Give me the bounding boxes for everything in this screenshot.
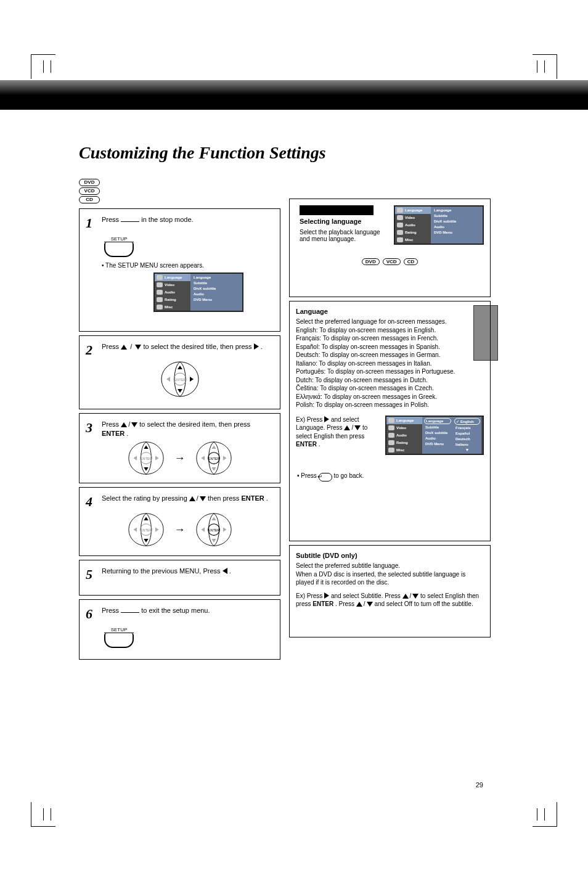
disc-strip: DVD VCD CD	[296, 257, 484, 265]
step-number: 6	[86, 606, 97, 622]
svg-marker-27	[211, 539, 216, 543]
page-title: Customizing the Function Settings	[79, 143, 326, 163]
svg-marker-26	[211, 517, 216, 520]
right-arrow-icon	[324, 416, 329, 422]
left-arrow-icon	[223, 568, 227, 574]
right-arrow-icon	[324, 592, 329, 599]
section-header-bar	[300, 205, 374, 215]
down-arrow-icon	[131, 422, 137, 427]
language-select-preview: Language Video Audio Rating Misc Languag…	[385, 416, 484, 455]
svg-text:ENTER: ENTER	[208, 528, 219, 532]
svg-text:ENTER: ENTER	[140, 457, 152, 461]
step-3-panel: 3 Press / to select the desired item, th…	[79, 413, 280, 483]
up-arrow-icon	[402, 594, 409, 599]
rating-icon	[157, 297, 163, 302]
down-arrow-icon	[367, 602, 373, 607]
down-arrow-icon	[354, 425, 361, 430]
then-arrow-icon: →	[174, 523, 186, 536]
rating-icon	[397, 230, 403, 235]
language-block-body: Select the preferred language for on-scr…	[296, 318, 484, 409]
badge-cd: CD	[79, 196, 100, 203]
svg-marker-2	[178, 366, 182, 369]
svg-marker-11	[155, 456, 158, 460]
then-arrow-icon: →	[174, 452, 186, 465]
setup-menu-preview: Language Video Audio Rating Misc Languag…	[394, 205, 484, 245]
svg-marker-16	[201, 456, 205, 460]
svg-marker-20	[144, 517, 148, 520]
svg-text:ENTER: ENTER	[208, 457, 219, 461]
language-details-panel: Language Select the preferred language f…	[289, 301, 491, 541]
down-arrow-icon	[135, 345, 141, 350]
nav-pad-updown-icon: ENTER	[128, 512, 165, 548]
step1-text-a: Press	[102, 216, 121, 223]
video-icon	[388, 425, 394, 430]
blank-field	[121, 612, 139, 613]
svg-marker-8	[144, 445, 148, 449]
svg-marker-28	[201, 527, 205, 531]
up-arrow-icon	[121, 422, 127, 427]
selecting-language-heading: Selecting language	[300, 218, 389, 225]
step-number: 3	[86, 420, 97, 436]
language-icon	[157, 275, 163, 280]
nav-pad-enter-icon: ENTER	[195, 512, 232, 548]
audio-icon	[397, 223, 403, 227]
up-arrow-icon	[189, 496, 195, 501]
disc-badges: DVD VCD CD	[79, 179, 280, 203]
svg-text:ENTER: ENTER	[140, 528, 152, 532]
audio-icon	[157, 290, 163, 295]
misc-icon	[157, 305, 163, 309]
language-icon	[388, 418, 394, 423]
down-arrow-icon	[412, 594, 419, 599]
header-banner	[0, 80, 588, 110]
right-arrow-icon	[254, 343, 259, 350]
page-number: 29	[476, 781, 483, 789]
step-number: 5	[86, 567, 97, 583]
nav-pad-enter-icon: ENTER	[195, 441, 232, 477]
step-number: 4	[86, 494, 97, 510]
nav-pad-icon: ENTER	[160, 361, 200, 399]
setup-button-icon: SETUP	[104, 627, 134, 648]
step-number: 1	[86, 215, 97, 231]
video-icon	[397, 215, 403, 220]
audio-icon	[388, 433, 394, 438]
svg-marker-22	[133, 527, 137, 531]
video-icon	[157, 282, 163, 287]
setup-button-icon: SETUP	[104, 236, 134, 257]
up-arrow-icon	[121, 345, 127, 350]
down-arrow-icon	[200, 496, 206, 501]
subtitle-heading: Subtitle (DVD only)	[296, 552, 484, 559]
return-icon	[319, 473, 332, 481]
step-5-panel: 5 Returning to the previous MENU, Press …	[79, 560, 280, 596]
step-number: 2	[86, 342, 97, 358]
svg-marker-4	[166, 377, 170, 382]
subtitle-panel: Subtitle (DVD only) Select the preferred…	[289, 545, 491, 637]
svg-text:ENTER: ENTER	[174, 378, 187, 382]
subtitle-body: Select the preferred subtitle language. …	[296, 562, 484, 587]
svg-marker-9	[144, 467, 148, 471]
svg-marker-21	[144, 539, 148, 543]
nav-pad-updown-icon: ENTER	[128, 441, 165, 477]
svg-marker-14	[211, 445, 216, 449]
up-arrow-icon	[356, 602, 362, 607]
badge-dvd: DVD	[79, 179, 100, 186]
misc-icon	[388, 448, 394, 453]
step1-note: • The SETUP MENU screen appears.	[102, 262, 274, 269]
step1-text-b: in the stop mode.	[141, 216, 193, 223]
svg-marker-23	[155, 527, 158, 531]
step-2-panel: 2 Press / to select the desired title, t…	[79, 335, 280, 409]
right-header-panel: Selecting language Select the playback l…	[289, 199, 491, 297]
misc-icon	[397, 237, 403, 242]
svg-marker-3	[178, 389, 182, 393]
step-4-panel: 4 Select the rating by pressing / then p…	[79, 487, 280, 556]
step-1-panel: 1 Press in the stop mode. SETUP • The SE…	[79, 208, 280, 332]
svg-marker-15	[211, 467, 216, 471]
selecting-language-intro: Select the playback language and menu la…	[300, 229, 389, 242]
language-block-heading: Language	[296, 308, 484, 315]
up-arrow-icon	[344, 425, 350, 430]
svg-marker-5	[190, 377, 194, 382]
svg-marker-29	[223, 527, 226, 531]
blank-field	[121, 221, 139, 222]
svg-marker-10	[133, 456, 137, 460]
language-icon	[397, 208, 403, 213]
badge-vcd: VCD	[79, 187, 100, 195]
